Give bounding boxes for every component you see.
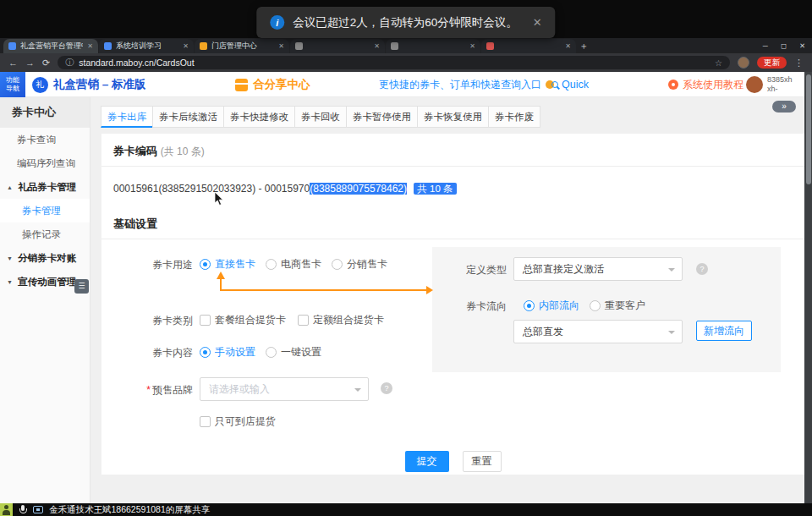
sidebar: 券卡中心 券卡查询 编码序列查询 ▲ 礼品券卡管理 券卡管理 操作记录 ▼ 分销… bbox=[0, 97, 91, 503]
tab-close-icon[interactable]: ✕ bbox=[183, 42, 189, 50]
radio-distribution-sale[interactable]: 分销售卡 bbox=[332, 257, 387, 272]
new-tab-button[interactable]: ＋ bbox=[577, 39, 590, 53]
define-type-select[interactable]: 总部直接定义激活 bbox=[513, 257, 683, 281]
panel-collapse-button[interactable]: » bbox=[772, 101, 796, 113]
user-account[interactable]: 8385xh xh- bbox=[746, 72, 793, 97]
expand-arrow-icon: ▼ bbox=[7, 279, 13, 285]
tab-close-icon[interactable]: ✕ bbox=[87, 42, 93, 50]
tab-favicon bbox=[486, 42, 494, 50]
quick-label: Quick bbox=[562, 79, 589, 91]
sidebar-item-code-sequence-query[interactable]: 编码序列查询 bbox=[0, 151, 90, 175]
tab-card-later-activation[interactable]: 券卡后续激活 bbox=[152, 106, 224, 128]
search-icon bbox=[551, 81, 558, 88]
checkbox-package-combo-card[interactable]: 套餐组合提货卡 bbox=[200, 313, 286, 327]
function-nav-line2: 导航 bbox=[6, 85, 19, 93]
basic-section-title: 基础设置 bbox=[113, 217, 157, 232]
quick-entry-link[interactable]: 更快捷的券卡、订单和快递查询入口 bbox=[379, 72, 554, 97]
tab-card-outbound[interactable]: 券卡出库 bbox=[101, 106, 153, 128]
tab-card-restore[interactable]: 券卡恢复使用 bbox=[417, 106, 489, 128]
tab-close-icon[interactable]: ✕ bbox=[565, 42, 571, 50]
forward-icon[interactable]: → bbox=[25, 58, 35, 68]
tab-title: 礼盒营销平台管理中心 bbox=[20, 41, 83, 52]
minimize-button[interactable]: ─ bbox=[763, 41, 768, 50]
browser-menu-icon[interactable]: ⋮ bbox=[794, 58, 804, 69]
sidebar-group-gift-card-management[interactable]: ▲ 礼品券卡管理 bbox=[0, 175, 90, 199]
browser-tab-1[interactable]: 礼盒营销平台管理中心 ✕ bbox=[3, 39, 98, 53]
page-scrollbar[interactable] bbox=[804, 72, 812, 503]
content-options: 手动设置 一键设置 bbox=[200, 343, 321, 360]
sidebar-item-card-management[interactable]: 券卡管理 bbox=[0, 199, 90, 222]
radio-label: 重要客户 bbox=[605, 299, 645, 313]
tab-close-icon[interactable]: ✕ bbox=[374, 42, 380, 50]
radio-internal-flow[interactable]: 内部流向 bbox=[524, 299, 579, 313]
radio-direct-sale[interactable]: 直接售卡 bbox=[200, 257, 255, 272]
card-flow-options: 内部流向 重要客户 bbox=[524, 298, 645, 313]
tutorial-link[interactable]: 系统使用教程 bbox=[668, 72, 743, 97]
tab-card-quick-edit[interactable]: 券卡快捷修改 bbox=[223, 106, 295, 128]
tutorial-label: 系统使用教程 bbox=[683, 78, 743, 92]
sidebar-item-operation-records[interactable]: 操作记录 bbox=[0, 222, 90, 246]
reload-icon[interactable]: ⟳ bbox=[42, 58, 50, 69]
sidebar-group-distribution-reconciliation[interactable]: ▼ 分销券卡对账 bbox=[0, 246, 90, 270]
screen-share-icon[interactable] bbox=[33, 506, 43, 513]
tab-card-recycle[interactable]: 券卡回收 bbox=[294, 106, 347, 128]
tab-close-icon[interactable]: ✕ bbox=[469, 42, 475, 50]
back-icon[interactable]: ← bbox=[8, 58, 18, 68]
radio-icon bbox=[200, 347, 211, 358]
site-info-icon[interactable]: ⓘ bbox=[65, 57, 74, 69]
share-center-label: 合分享中心 bbox=[253, 77, 310, 92]
brand: 礼 礼盒营销 – 标准版 bbox=[32, 72, 146, 97]
radio-icon bbox=[266, 347, 277, 358]
meeting-toast: i 会议已超过2人，自动转为60分钟限时会议。 ✕ bbox=[256, 7, 555, 38]
browser-tab-5[interactable]: ✕ bbox=[386, 39, 480, 53]
tab-close-icon[interactable]: ✕ bbox=[278, 42, 284, 50]
code-count: (共 10 条) bbox=[161, 145, 205, 157]
function-nav-button[interactable]: 功能 导航 bbox=[0, 72, 25, 97]
browser-profile-avatar[interactable] bbox=[738, 57, 749, 69]
tab-card-void[interactable]: 券卡作废 bbox=[488, 106, 540, 128]
scrollbar-thumb[interactable] bbox=[806, 74, 811, 184]
checkbox-store-pickup-only[interactable]: 只可到店提货 bbox=[200, 414, 276, 429]
browser-tab-4[interactable]: ✕ bbox=[290, 39, 385, 53]
share-center-link[interactable]: 合分享中心 bbox=[235, 72, 310, 97]
radio-important-customer[interactable]: 重要客户 bbox=[590, 299, 645, 313]
radio-one-click-setting[interactable]: 一键设置 bbox=[266, 345, 321, 360]
presale-brand-select[interactable]: 请选择或输入 bbox=[200, 377, 369, 401]
maximize-button[interactable]: ◻ bbox=[781, 41, 787, 50]
sidebar-collapse-toggle[interactable]: ☰ bbox=[74, 279, 89, 294]
browser-tab-6[interactable]: ✕ bbox=[481, 39, 576, 53]
brand-logo-icon: 礼 bbox=[32, 77, 48, 93]
toast-close-icon[interactable]: ✕ bbox=[533, 16, 542, 29]
url-bar[interactable]: ⓘ standard.maboy.cn/CardsOut ☆ bbox=[58, 56, 730, 69]
checkbox-label: 套餐组合提货卡 bbox=[215, 313, 286, 327]
code-count-badge: 共 10 条 bbox=[414, 183, 456, 195]
radio-manual-setting[interactable]: 手动设置 bbox=[200, 345, 255, 360]
url-text: standard.maboy.cn/CardsOut bbox=[79, 58, 710, 68]
usage-options: 直接售卡 电商售卡 分销售卡 bbox=[200, 255, 387, 272]
tab-card-suspend[interactable]: 券卡暂停使用 bbox=[346, 106, 418, 128]
content-label: 券卡内容 bbox=[108, 346, 193, 360]
radio-ecommerce-sale[interactable]: 电商售卡 bbox=[266, 257, 321, 272]
sidebar-item-card-query[interactable]: 券卡查询 bbox=[0, 128, 90, 151]
radio-label: 直接售卡 bbox=[215, 257, 255, 272]
define-help-icon[interactable]: ? bbox=[696, 263, 708, 275]
code-section-title: 券卡编码 (共 10 条) bbox=[113, 144, 205, 159]
form-actions: 提交 重置 bbox=[102, 451, 804, 472]
radio-label: 分销售卡 bbox=[347, 257, 387, 272]
reset-button[interactable]: 重置 bbox=[463, 451, 502, 472]
checkbox-fixed-combo-card[interactable]: 定额组合提货卡 bbox=[298, 313, 384, 327]
browser-update-button[interactable]: 更新 bbox=[757, 57, 787, 69]
usage-label: 券卡用途 bbox=[108, 258, 193, 272]
quick-search[interactable]: Quick bbox=[551, 72, 589, 97]
browser-tab-2[interactable]: 系统培训学习 ✕ bbox=[99, 39, 194, 53]
chevron-down-icon bbox=[354, 388, 361, 392]
add-flow-button[interactable]: 新增流向 bbox=[696, 321, 752, 341]
microphone-icon[interactable] bbox=[19, 505, 27, 515]
submit-button[interactable]: 提交 bbox=[405, 451, 449, 472]
close-button[interactable]: ✕ bbox=[799, 41, 805, 50]
user-name-line2: xh- bbox=[767, 85, 778, 93]
bookmark-star-icon[interactable]: ☆ bbox=[715, 58, 722, 68]
brand-help-icon[interactable]: ? bbox=[381, 382, 392, 394]
flow-target-select[interactable]: 总部直发 bbox=[513, 320, 683, 343]
browser-tab-3[interactable]: 门店管理中心 ✕ bbox=[195, 39, 289, 53]
